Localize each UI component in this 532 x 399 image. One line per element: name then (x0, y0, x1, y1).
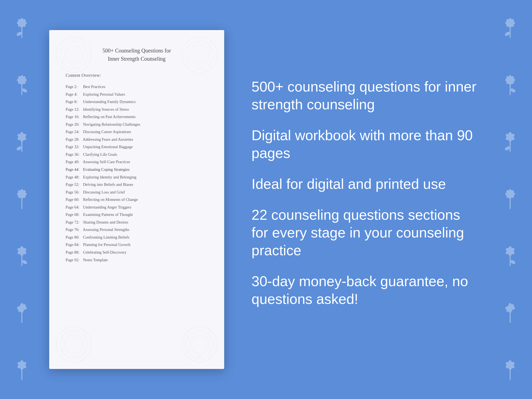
toc-page-number: Page 40: (66, 158, 82, 166)
toc-page-number: Page 4: (66, 91, 82, 98)
toc-item: Page 2: Best Practices (66, 83, 208, 91)
feature-text-5: 30-day money-back guarantee, no question… (252, 272, 477, 308)
svg-point-105 (182, 336, 217, 353)
toc-page-number: Page 80: (66, 234, 82, 241)
toc-item: Page 60: Reflecting on Moments of Change (66, 196, 208, 204)
watermark-bottom-left (55, 325, 93, 363)
toc-title: Celebrating Self-Discovery (82, 250, 127, 254)
toc-page-number: Page 28: (66, 136, 82, 143)
toc-item: Page 20: Navigating Relationship Challen… (66, 121, 208, 128)
toc-item: Page 8: Understanding Family Dynamics (66, 98, 208, 106)
document-page: 500+ Counseling Questions for Inner Stre… (49, 30, 224, 369)
toc-page-number: Page 20: (66, 121, 82, 128)
toc-page-number: Page 24: (66, 128, 82, 136)
toc-item: Page 88: Celebrating Self-Discovery (66, 249, 208, 256)
toc-title: Unpacking Emotional Baggage (82, 145, 133, 149)
toc-page-number: Page 88: (66, 249, 82, 256)
toc-title: Understanding Family Dynamics (82, 99, 136, 104)
toc-title: Reflecting on Moments of Change (82, 197, 138, 202)
toc-title: Delving into Beliefs and Biases (82, 182, 133, 187)
toc-title: Planning for Personal Growth (82, 242, 130, 247)
toc-item: Page 52: Delving into Beliefs and Biases (66, 181, 208, 189)
toc-page-number: Page 12: (66, 106, 82, 113)
toc-page-number: Page 48: (66, 174, 82, 181)
features-panel: 500+ counseling questions for inner stre… (246, 67, 494, 332)
feature-text-3: Ideal for digital and printed use (252, 175, 477, 193)
toc-title: Exploring Identity and Belonging (82, 175, 136, 179)
toc-title: Addressing Fears and Anxieties (82, 137, 133, 142)
svg-point-104 (190, 335, 209, 354)
toc-item: Page 28: Addressing Fears and Anxieties (66, 136, 208, 143)
toc-page-number: Page 32: (66, 143, 82, 151)
toc-item: Page 72: Sharing Dreams and Desires (66, 219, 208, 226)
toc-page-number: Page 64: (66, 204, 82, 211)
toc-item: Page 44: Evaluating Coping Strategies (66, 166, 208, 174)
document-wrapper: 500+ Counseling Questions for Inner Stre… (49, 30, 224, 369)
toc-item: Page 12: Identifying Sources of Stress (66, 106, 208, 113)
toc-page-number: Page 60: (66, 196, 82, 204)
toc-item: Page 64: Understanding Anger Triggers (66, 204, 208, 211)
svg-point-101 (58, 325, 90, 363)
svg-point-99 (56, 336, 92, 353)
svg-point-100 (58, 325, 90, 363)
toc-page-number: Page 8: (66, 98, 82, 106)
toc-page-number: Page 76: (66, 226, 82, 234)
toc-title: Identifying Sources of Stress (82, 107, 129, 112)
toc-page-number: Page 84: (66, 241, 82, 249)
toc-item: Page 56: Discussing Loss and Grief (66, 189, 208, 196)
svg-point-107 (184, 325, 216, 363)
toc-item: Page 36: Clarifying Life Goals (66, 151, 208, 159)
svg-point-96 (56, 327, 92, 362)
toc-title: Reflecting on Past Achievements (82, 115, 136, 119)
toc-item: Page 76: Assessing Personal Strengths (66, 226, 208, 234)
feature-text-2: Digital workbook with more than 90 pages (252, 127, 477, 162)
toc-title: Sharing Dreams and Desires (82, 220, 128, 224)
toc-title: Examining Patterns of Thought (82, 212, 133, 217)
toc-page-number: Page 56: (66, 189, 82, 196)
svg-point-106 (184, 325, 216, 363)
toc-title: Understanding Anger Triggers (82, 205, 131, 209)
toc-page-number: Page 68: (66, 211, 82, 219)
toc-item: Page 84: Planning for Personal Growth (66, 241, 208, 249)
svg-point-97 (60, 331, 87, 358)
document-title: 500+ Counseling Questions for Inner Stre… (66, 46, 208, 63)
toc-page-number: Page 36: (66, 151, 82, 159)
toc-title: Discussing Loss and Grief (82, 190, 125, 194)
toc-title: Assessing Self-Care Practices (82, 160, 130, 164)
toc-page-number: Page 72: (66, 219, 82, 226)
toc-item: Page 68: Examining Patterns of Thought (66, 211, 208, 219)
toc-title: Exploring Personal Values (82, 92, 125, 96)
svg-point-102 (182, 327, 217, 362)
feature-text-4: 22 counseling questions sections for eve… (252, 206, 477, 259)
toc-page-number: Page 2: (66, 83, 82, 91)
toc-title: Evaluating Coping Strategies (82, 167, 130, 172)
toc-title: Assessing Personal Strengths (82, 227, 129, 232)
toc-item: Page 24: Discussing Career Aspirations (66, 128, 208, 136)
toc-item: Page 48: Exploring Identity and Belongin… (66, 174, 208, 181)
toc-item: Page 92: Notes Template (66, 256, 208, 264)
watermark-bottom-right (180, 325, 219, 363)
toc-header: Content Overview: (66, 73, 208, 78)
toc-item: Page 4: Exploring Personal Values (66, 91, 208, 98)
main-content: 500+ Counseling Questions for Inner Stre… (0, 0, 532, 399)
feature-text-1: 500+ counseling questions for inner stre… (252, 78, 477, 113)
toc-title: Clarifying Life Goals (82, 152, 117, 157)
toc-page-number: Page 52: (66, 181, 82, 189)
toc-page-number: Page 92: (66, 256, 82, 264)
svg-point-103 (186, 331, 213, 358)
toc-item: Page 80: Confronting Limiting Beliefs (66, 234, 208, 241)
toc-title: Best Practices (82, 84, 105, 89)
svg-point-98 (64, 335, 83, 354)
toc-item: Page 40: Assessing Self-Care Practices (66, 158, 208, 166)
toc-title: Notes Template (82, 258, 108, 262)
table-of-contents: Page 2: Best PracticesPage 4: Exploring … (66, 83, 208, 264)
toc-title: Navigating Relationship Challenges (82, 122, 140, 127)
toc-item: Page 16: Reflecting on Past Achievements (66, 113, 208, 121)
toc-item: Page 32: Unpacking Emotional Baggage (66, 143, 208, 151)
toc-page-number: Page 16: (66, 113, 82, 121)
toc-title: Discussing Career Aspirations (82, 130, 131, 134)
toc-title: Confronting Limiting Beliefs (82, 235, 130, 239)
toc-page-number: Page 44: (66, 166, 82, 174)
